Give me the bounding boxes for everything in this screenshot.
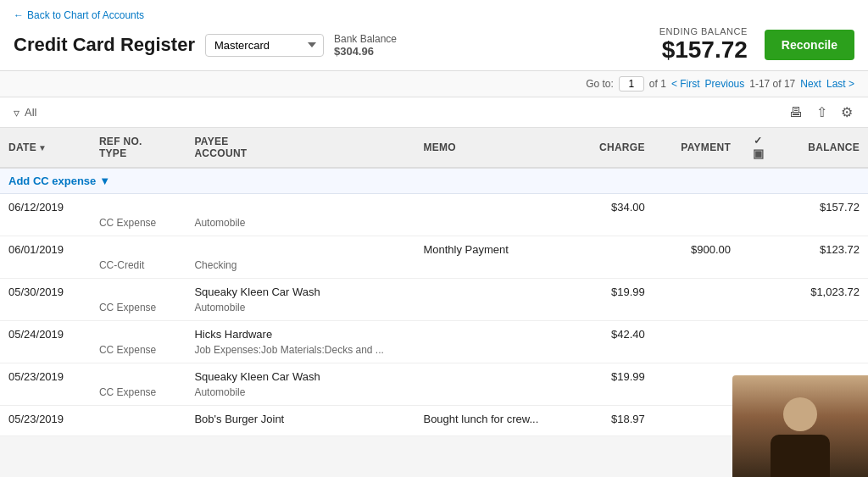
cell-date: 05/23/2019	[0, 406, 91, 428]
cell-memo	[415, 321, 567, 343]
next-page-link[interactable]: Next	[800, 78, 821, 90]
account-select[interactable]: Mastercard Visa AmEx	[205, 34, 324, 57]
reconcile-button[interactable]: Reconcile	[765, 30, 854, 60]
cell-type: CC Expense	[91, 342, 186, 363]
cell-ref	[91, 194, 186, 216]
table-row-sub: CC Expense Job Expenses:Job Materials:De…	[0, 342, 868, 363]
thumbnail-person	[732, 375, 868, 436]
copy-icon: ▣	[753, 147, 764, 160]
cell-charge: $19.99	[568, 279, 654, 301]
cell-payee: Squeaky Kleen Car Wash	[186, 363, 415, 385]
bank-balance: Bank Balance $304.96	[334, 33, 397, 58]
toolbar-bar: ▿ All 🖶 ⇧ ⚙	[0, 97, 868, 128]
col-header-date[interactable]: DATE▼	[0, 128, 91, 168]
person-head	[783, 397, 817, 431]
table-row-sub: CC Expense Automobile	[0, 300, 868, 321]
cell-type: CC Expense	[91, 385, 186, 406]
add-expense-row[interactable]: Add CC expense ▼	[0, 168, 868, 194]
back-link-label: Back to Chart of Accounts	[27, 9, 144, 21]
first-page-link[interactable]: < First	[671, 78, 700, 90]
cell-type	[91, 427, 186, 436]
cell-payee: Bob's Burger Joint	[186, 406, 415, 428]
table-row[interactable]: 06/12/2019 $34.00 $157.72	[0, 194, 868, 216]
cell-account: Automobile	[186, 215, 415, 236]
print-button[interactable]: 🖶	[787, 103, 804, 122]
cell-payee	[186, 236, 415, 258]
cell-memo	[415, 363, 567, 385]
ending-balance-label: ENDING BALANCE	[659, 26, 748, 36]
of-pages: of 1	[649, 78, 666, 90]
cell-balance: $157.72	[777, 194, 868, 216]
cell-charge: $42.40	[568, 321, 654, 343]
export-button[interactable]: ⇧	[815, 103, 829, 122]
cell-payee	[186, 194, 415, 216]
add-expense-label[interactable]: Add CC expense ▼	[8, 175, 110, 187]
cell-check	[739, 236, 777, 258]
cell-date: 05/24/2019	[0, 321, 91, 343]
cell-check	[739, 194, 777, 216]
cell-payment	[654, 363, 739, 385]
page-title: Credit Card Register	[14, 34, 195, 56]
cell-ref	[91, 406, 186, 428]
table-row[interactable]: 05/24/2019 Hicks Hardware $42.40	[0, 321, 868, 343]
table-row[interactable]: 05/30/2019 Squeaky Kleen Car Wash $19.99…	[0, 279, 868, 301]
cell-account: Job Expenses:Job Materials:Decks and ...	[186, 342, 415, 363]
cell-type: CC-Credit	[91, 258, 186, 279]
bank-balance-amount: $304.96	[334, 45, 397, 58]
col-header-payment: PAYMENT	[654, 128, 739, 168]
settings-icon: ⚙	[841, 105, 853, 119]
cell-balance	[777, 321, 868, 343]
col-header-charge: CHARGE	[568, 128, 654, 168]
settings-button[interactable]: ⚙	[839, 103, 854, 122]
col-header-balance: BALANCE	[777, 128, 868, 168]
cell-charge	[568, 236, 654, 258]
cell-check	[739, 279, 777, 301]
cell-date: 05/23/2019	[0, 363, 91, 385]
cell-payment: $900.00	[654, 236, 739, 258]
back-arrow-icon: ←	[14, 9, 24, 21]
cell-payment	[654, 406, 739, 428]
export-icon: ⇧	[816, 105, 827, 119]
cell-type: CC Expense	[91, 215, 186, 236]
cell-payment	[654, 321, 739, 343]
cell-account: Automobile	[186, 300, 415, 321]
cell-balance: $1,023.72	[777, 279, 868, 301]
cell-memo: Bought lunch for crew...	[415, 406, 567, 428]
cell-ref	[91, 279, 186, 301]
add-expense-dropdown-icon: ▼	[99, 175, 110, 187]
filter-label: All	[25, 106, 36, 119]
filter-icon: ▿	[14, 106, 19, 119]
webcam-thumbnail	[732, 375, 868, 436]
cell-memo: Monthly Payment	[415, 236, 567, 258]
page-input[interactable]	[619, 76, 644, 92]
ending-balance-amount: $157.72	[659, 36, 748, 64]
bank-balance-label: Bank Balance	[334, 33, 397, 45]
print-icon: 🖶	[789, 105, 803, 119]
pagination-bar: Go to: of 1 < First Previous 1-17 of 17 …	[0, 71, 868, 97]
cell-payee: Hicks Hardware	[186, 321, 415, 343]
cell-ref	[91, 363, 186, 385]
cell-payment	[654, 279, 739, 301]
person-body	[771, 435, 830, 436]
cell-type: CC Expense	[91, 300, 186, 321]
last-page-link[interactable]: Last >	[826, 78, 854, 90]
cell-date: 06/12/2019	[0, 194, 91, 216]
table-row-sub: CC-Credit Checking	[0, 258, 868, 279]
col-header-ref: REF NO. TYPE	[91, 128, 186, 168]
cell-account	[186, 427, 415, 436]
col-header-check: ✓ ▣	[739, 128, 777, 168]
cell-date: 05/30/2019	[0, 279, 91, 301]
back-link[interactable]: ← Back to Chart of Accounts	[14, 9, 144, 21]
previous-page-link[interactable]: Previous	[705, 78, 745, 90]
cell-account: Checking	[186, 258, 415, 279]
table-row-sub: CC Expense Automobile	[0, 215, 868, 236]
cell-charge: $18.97	[568, 406, 654, 428]
cell-charge: $34.00	[568, 194, 654, 216]
cell-account: Automobile	[186, 385, 415, 406]
page-range: 1-17 of 17	[749, 78, 795, 90]
goto-label: Go to:	[586, 78, 614, 90]
col-header-payee[interactable]: PAYEE ACCOUNT	[186, 128, 415, 168]
cell-memo	[415, 194, 567, 216]
table-row[interactable]: 06/01/2019 Monthly Payment $900.00 $123.…	[0, 236, 868, 258]
cell-check	[739, 321, 777, 343]
